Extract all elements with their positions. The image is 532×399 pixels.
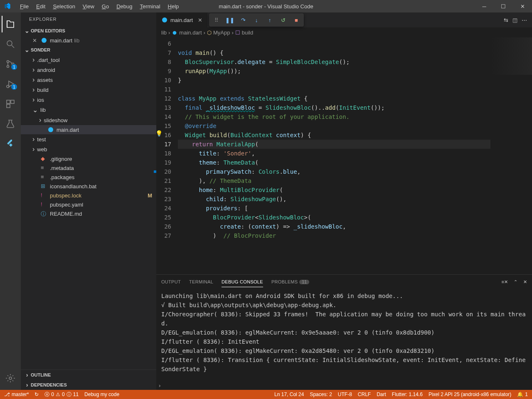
warning-icon: ⚠ xyxy=(56,392,60,397)
settings-gear-icon[interactable] xyxy=(2,370,19,387)
tree-item-main-dart[interactable]: main.dart xyxy=(21,125,156,134)
status-problems[interactable]: ⓧ0 ⚠0 ⓘ11 xyxy=(44,391,79,398)
pause-button[interactable]: ❚❚ xyxy=(224,14,236,26)
tree-item-build[interactable]: build xyxy=(21,85,156,95)
minimap[interactable] xyxy=(490,37,532,274)
menu-go[interactable]: Go xyxy=(99,2,112,11)
status-flutter[interactable]: Flutter: 1.14.6 xyxy=(392,392,423,397)
panel-tab-terminal[interactable]: TERMINAL xyxy=(189,277,213,287)
editor-body[interactable]: 💡678910111213141516171819202122232425262… xyxy=(156,37,532,274)
tree-item--dart_tool[interactable]: .dart_tool xyxy=(21,55,156,65)
source-control-icon[interactable]: 1 xyxy=(2,56,19,72)
svg-point-11 xyxy=(48,127,53,132)
maximize-button[interactable]: ☐ xyxy=(494,0,513,12)
search-icon[interactable] xyxy=(2,36,19,52)
debug-icon[interactable]: 1 xyxy=(2,76,19,92)
project-header[interactable]: ⌄SONDER xyxy=(21,45,156,55)
tree-item-pubspec-lock[interactable]: !pubspec.lockM xyxy=(21,191,156,200)
stop-button[interactable]: ■ xyxy=(291,14,302,26)
tree-item-web[interactable]: web xyxy=(21,144,156,154)
vscode-logo-icon xyxy=(4,3,11,10)
bottom-panel: OUTPUT TERMINAL DEBUG CONSOLE PROBLEMS11… xyxy=(156,274,532,390)
close-button[interactable]: ✕ xyxy=(513,0,532,12)
tree-item-README-md[interactable]: ⓘREADME.md xyxy=(21,209,156,218)
bell-icon: 🔔 xyxy=(517,392,523,397)
more-icon[interactable]: ⋯ xyxy=(522,17,527,23)
outline-header[interactable]: ›OUTLINE xyxy=(21,370,156,380)
step-out-button[interactable]: ↑ xyxy=(264,14,276,26)
panel-tab-output[interactable]: OUTPUT xyxy=(161,277,181,287)
status-device[interactable]: Pixel 2 API 25 (android-x86 emulator) xyxy=(429,392,511,397)
menu-terminal[interactable]: Terminal xyxy=(136,2,163,11)
tree-item-iconsandlaunch-bat[interactable]: ⊞iconsandlaunch.bat xyxy=(21,182,156,191)
breadcrumb[interactable]: lib › main.dart › ⬡ MyApp › ☐ build xyxy=(156,27,532,37)
status-spaces[interactable]: Spaces: 2 xyxy=(310,392,332,397)
editor-area: main.dart ✕ ⠿ ❚❚ ↷ ↓ ↑ ↺ ■ ⇆ ◫ ⋯ lib › m… xyxy=(156,12,532,390)
dependencies-header[interactable]: ›DEPENDENCIES xyxy=(21,380,156,390)
class-icon: ⬡ xyxy=(207,30,212,36)
test-beaker-icon[interactable] xyxy=(2,116,19,132)
step-into-button[interactable]: ↓ xyxy=(251,14,262,26)
tree-item--metadata[interactable]: ≡.metadata xyxy=(21,163,156,172)
debug-console-input[interactable]: › xyxy=(156,381,532,390)
dart-file-icon xyxy=(172,30,177,36)
flutter-icon[interactable] xyxy=(2,135,19,152)
drag-handle-icon[interactable]: ⠿ xyxy=(211,14,222,26)
tree-item-assets[interactable]: assets xyxy=(21,75,156,85)
open-editor-item[interactable]: ✕ main.dartlib xyxy=(21,36,156,45)
svg-point-3 xyxy=(7,66,9,68)
tree-item--gitignore[interactable]: ◆.gitignore xyxy=(21,154,156,163)
status-branch[interactable]: ⎇master* xyxy=(4,392,29,397)
tree-item-lib[interactable]: lib xyxy=(21,105,156,115)
svg-point-10 xyxy=(42,38,47,43)
status-language[interactable]: Dart xyxy=(377,392,386,397)
minimize-button[interactable]: ─ xyxy=(475,0,494,12)
method-icon: ☐ xyxy=(235,30,240,36)
status-line-col[interactable]: Ln 17, Col 24 xyxy=(274,392,304,397)
svg-point-2 xyxy=(7,61,9,63)
split-editor-icon[interactable]: ◫ xyxy=(512,17,517,23)
clear-console-icon[interactable]: ≡✕ xyxy=(502,279,508,285)
explorer-icon[interactable] xyxy=(2,16,18,32)
extensions-icon[interactable] xyxy=(2,96,19,112)
tree-item-pubspec-yaml[interactable]: !pubspec.yaml xyxy=(21,200,156,209)
svg-rect-8 xyxy=(7,104,10,108)
status-debug-task[interactable]: Debug my code xyxy=(84,392,119,397)
status-sync[interactable]: ↻ xyxy=(34,392,39,397)
collapse-panel-icon[interactable]: ⌃ xyxy=(514,279,517,285)
svg-rect-7 xyxy=(11,100,14,103)
status-eol[interactable]: CRLF xyxy=(358,392,371,397)
svg-line-1 xyxy=(12,45,14,48)
restart-button[interactable]: ↺ xyxy=(277,14,289,26)
tree-item--packages[interactable]: ≡.packages xyxy=(21,172,156,182)
tree-item-slideshow[interactable]: slideshow xyxy=(21,115,156,125)
status-notifications[interactable]: 🔔1 xyxy=(517,392,528,397)
step-over-button[interactable]: ↷ xyxy=(237,14,249,26)
close-file-icon[interactable]: ✕ xyxy=(32,37,38,44)
close-panel-icon[interactable]: ✕ xyxy=(523,279,527,285)
panel-tab-problems[interactable]: PROBLEMS11 xyxy=(271,277,309,287)
menu-edit[interactable]: Edit xyxy=(33,2,49,11)
status-encoding[interactable]: UTF-8 xyxy=(338,392,352,397)
tab-close-icon[interactable]: ✕ xyxy=(198,17,202,23)
menu-selection[interactable]: Selection xyxy=(49,2,78,11)
tree-item-ios[interactable]: ios xyxy=(21,95,156,105)
menu-help[interactable]: Help xyxy=(165,2,182,11)
compare-icon[interactable]: ⇆ xyxy=(504,17,508,23)
menu-file[interactable]: File xyxy=(17,2,32,11)
tab-row: main.dart ✕ ⠿ ❚❚ ↷ ↓ ↑ ↺ ■ ⇆ ◫ ⋯ xyxy=(156,12,532,27)
activity-bar: 1 1 xyxy=(0,12,21,390)
svg-point-13 xyxy=(173,31,177,34)
tree-item-android[interactable]: android xyxy=(21,65,156,75)
tab-main-dart[interactable]: main.dart ✕ xyxy=(156,12,208,27)
info-icon: ⓘ xyxy=(66,391,71,398)
debug-console-output[interactable]: Launching lib\main.dart on Android SDK b… xyxy=(156,289,532,381)
sync-icon: ↻ xyxy=(34,392,39,397)
menu-debug[interactable]: Debug xyxy=(113,2,135,11)
tree-item-test[interactable]: test xyxy=(21,134,156,144)
panel-tab-debug-console[interactable]: DEBUG CONSOLE xyxy=(222,277,263,287)
menu-view[interactable]: View xyxy=(79,2,98,11)
debug-toolbar: ⠿ ❚❚ ↷ ↓ ↑ ↺ ■ xyxy=(209,13,304,27)
sidebar-title: EXPLORER xyxy=(21,12,156,26)
open-editors-header[interactable]: ⌄OPEN EDITORS xyxy=(21,26,156,36)
